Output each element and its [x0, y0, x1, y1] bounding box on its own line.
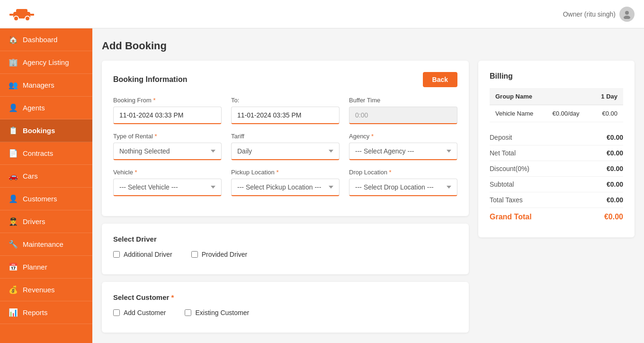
sidebar-label-contracts: Contracts: [23, 149, 53, 157]
add-customer-checkbox[interactable]: [113, 309, 120, 316]
sidebar-label-customers: Customers: [23, 195, 57, 203]
type-of-rental-select[interactable]: Nothing Selected Daily Weekly Monthly: [113, 143, 222, 160]
page-title: Add Booking: [102, 40, 635, 52]
buffer-time-input[interactable]: [349, 107, 457, 124]
subtotal-label: Subtotal: [490, 181, 514, 188]
sidebar-item-dashboard[interactable]: 🏠 Dashboard: [0, 28, 92, 51]
provided-driver-checkbox[interactable]: [191, 251, 198, 258]
sidebar-label-drivers: Drivers: [23, 217, 45, 226]
vehicle-select[interactable]: --- Select Vehicle ---: [113, 179, 222, 196]
planner-icon: 📅: [9, 262, 18, 271]
billing-col-mid: [546, 88, 591, 105]
sidebar-label-agency: Agency Listing: [23, 58, 69, 66]
deposit-value: €0.00: [607, 134, 623, 141]
back-button[interactable]: Back: [423, 72, 457, 87]
user-label: Owner (ritu singh): [563, 10, 616, 18]
vehicle-total-cell: €0.00: [591, 105, 623, 122]
buffer-time-label: Buffer Time: [349, 97, 457, 104]
additional-driver-label[interactable]: Additional Driver: [113, 251, 172, 258]
pickup-location-select[interactable]: --- Select Pickup Location ---: [231, 179, 340, 196]
existing-customer-checkbox[interactable]: [185, 309, 191, 316]
sidebar-label-reports: Reports: [23, 308, 48, 316]
sidebar-item-contracts[interactable]: 📄 Contracts: [0, 142, 92, 165]
booking-info-card: Booking Information Back Booking From *: [102, 61, 469, 216]
billing-title: Billing: [490, 72, 623, 81]
to-label: To:: [231, 97, 340, 104]
total-taxes-row: Total Taxes €0.00: [490, 192, 623, 208]
agency-select[interactable]: --- Select Agency ---: [349, 143, 457, 160]
customers-icon: 👤: [9, 194, 18, 203]
billing-col1-header: Group Name: [490, 88, 546, 105]
net-total-row: Net Total €0.00: [490, 145, 623, 161]
tariff-label: Tariff: [231, 133, 340, 140]
billing-table-header: Group Name 1 Day: [490, 88, 623, 105]
managers-icon: 👥: [9, 81, 18, 90]
vehicle-name-cell: Vehicle Name: [490, 105, 546, 122]
buffer-time-group: Buffer Time: [349, 97, 457, 124]
user-avatar: [619, 7, 635, 22]
pickup-location-label: Pickup Location *: [231, 169, 340, 176]
provided-driver-label[interactable]: Provided Driver: [191, 251, 247, 258]
sidebar: 🏠 Dashboard 🏢 Agency Listing 👥 Managers …: [0, 28, 92, 343]
sidebar-item-bookings[interactable]: 📋 Bookings: [0, 119, 92, 142]
net-total-value: €0.00: [607, 149, 623, 157]
additional-driver-checkbox[interactable]: [113, 251, 120, 258]
billing-summary: Deposit €0.00 Net Total €0.00 Discount(0…: [490, 130, 623, 226]
svg-point-3: [25, 16, 30, 21]
sidebar-label-planner: Planner: [23, 263, 47, 271]
booking-from-input[interactable]: [113, 107, 222, 124]
sidebar-item-agency-listing[interactable]: 🏢 Agency Listing: [0, 51, 92, 74]
agents-icon: 👤: [9, 103, 18, 112]
svg-point-6: [625, 11, 629, 15]
user-info: Owner (ritu singh): [563, 7, 635, 22]
main-area: 🏠 Dashboard 🏢 Agency Listing 👥 Managers …: [0, 28, 644, 343]
sidebar-label-maintenance: Maintenance: [23, 240, 63, 248]
tariff-select[interactable]: Daily Weekly Monthly: [231, 143, 340, 160]
deposit-label: Deposit: [490, 134, 512, 141]
total-taxes-label: Total Taxes: [490, 196, 523, 204]
sidebar-item-customers[interactable]: 👤 Customers: [0, 188, 92, 210]
vehicle-group: Vehicle * --- Select Vehicle ---: [113, 169, 222, 196]
select-customer-title: Select Customer *: [113, 293, 457, 301]
sidebar-label-dashboard: Dashboard: [23, 36, 57, 44]
type-of-rental-label: Type of Rental *: [113, 133, 222, 140]
bookings-icon: 📋: [9, 126, 18, 135]
logo-area: [9, 5, 34, 23]
sidebar-item-maintenance[interactable]: 🔧 Maintenance: [0, 233, 92, 256]
discount-value: €0.00: [607, 165, 623, 172]
logo-icon: [9, 5, 34, 23]
discount-label: Discount(0%): [490, 165, 529, 172]
sidebar-item-reports[interactable]: 📊 Reports: [0, 301, 92, 324]
tariff-group: Tariff Daily Weekly Monthly: [231, 133, 340, 160]
drivers-icon: 👨‍✈️: [9, 217, 18, 226]
dashboard-icon: 🏠: [9, 35, 18, 44]
customer-checkboxes: Add Customer Existing Customer: [113, 309, 457, 316]
existing-customer-label[interactable]: Existing Customer: [185, 309, 249, 316]
drop-location-select[interactable]: --- Select Drop Location ---: [349, 179, 457, 196]
type-of-rental-group: Type of Rental * Nothing Selected Daily …: [113, 133, 222, 160]
select-driver-title: Select Driver: [113, 235, 457, 243]
drop-location-group: Drop Location * --- Select Drop Location…: [349, 169, 457, 196]
sidebar-item-drivers[interactable]: 👨‍✈️ Drivers: [0, 210, 92, 233]
sidebar-item-revenues[interactable]: 💰 Revenues: [0, 279, 92, 301]
grand-total-label: Grand Total: [490, 213, 532, 221]
sidebar-label-revenues: Revenues: [23, 286, 55, 294]
revenues-icon: 💰: [9, 285, 18, 294]
billing-table: Group Name 1 Day Vehicle Name €0.00/day …: [490, 88, 623, 122]
contracts-icon: 📄: [9, 149, 18, 158]
sidebar-item-planner[interactable]: 📅 Planner: [0, 256, 92, 279]
two-col-layout: Booking Information Back Booking From *: [102, 61, 635, 340]
discount-row: Discount(0%) €0.00: [490, 161, 623, 177]
sidebar-item-cars[interactable]: 🚗 Cars: [0, 165, 92, 188]
form-row-rental: Type of Rental * Nothing Selected Daily …: [113, 133, 457, 160]
top-bar: Owner (ritu singh): [0, 0, 644, 28]
sidebar-item-agents[interactable]: 👤 Agents: [0, 97, 92, 119]
billing-card: Billing Group Name 1 Day Vehicle Name: [478, 61, 635, 237]
form-row-dates: Booking From * To: Buffer Time: [113, 97, 457, 124]
billing-column: Billing Group Name 1 Day Vehicle Name: [478, 61, 635, 340]
vehicle-label: Vehicle *: [113, 169, 222, 176]
reports-icon: 📊: [9, 308, 18, 317]
add-customer-label[interactable]: Add Customer: [113, 309, 166, 316]
to-input[interactable]: [231, 107, 340, 124]
sidebar-item-managers[interactable]: 👥 Managers: [0, 74, 92, 97]
